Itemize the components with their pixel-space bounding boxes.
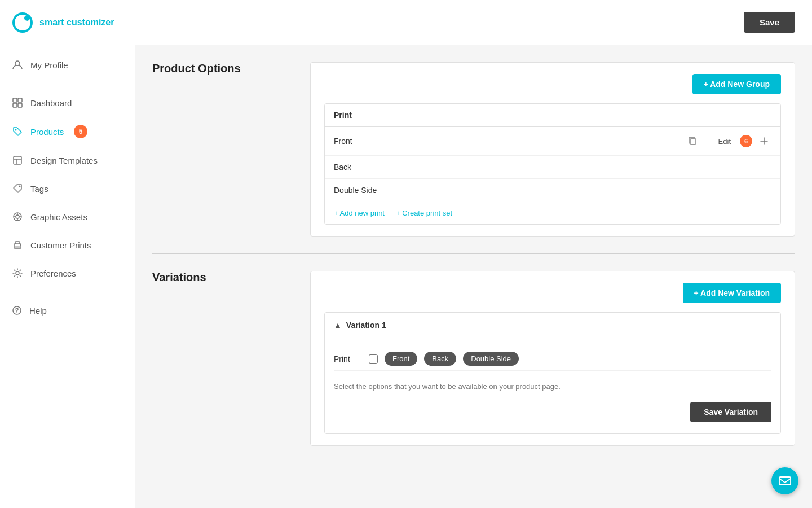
graphic-icon	[11, 211, 24, 223]
edit-front-button[interactable]: Edit	[714, 135, 735, 148]
logo-icon	[11, 11, 34, 34]
variations-label: Variations	[152, 271, 310, 446]
variation-1-body: Print Front Back Double Side Select the …	[325, 338, 780, 433]
svg-rect-6	[18, 103, 22, 107]
svg-rect-19	[15, 246, 20, 248]
product-options-label: Product Options	[152, 62, 310, 237]
print-item-front: Front Edit 6	[325, 127, 780, 156]
variation-row-label: Print	[334, 354, 362, 364]
chat-fab-button[interactable]	[771, 467, 798, 494]
print-item-back: Back	[325, 156, 780, 179]
variations-header: + Add New Variation	[324, 283, 781, 303]
dashboard-icon	[11, 97, 24, 109]
variation-hint: Select the options that you want to be a…	[334, 378, 771, 395]
print-item-back-name: Back	[334, 163, 771, 172]
help-icon	[11, 305, 23, 316]
gear-icon	[11, 267, 24, 279]
logo-text: smart customizer	[39, 17, 114, 28]
sidebar-item-graphic-assets[interactable]: Graphic Assets	[0, 203, 135, 231]
sidebar-item-preferences[interactable]: Preferences	[0, 259, 135, 287]
product-options-section: Product Options + Add New Group Print Fr…	[135, 45, 812, 253]
sidebar-item-tags[interactable]: Tags	[0, 174, 135, 203]
print-icon	[11, 239, 24, 251]
save-button[interactable]: Save	[744, 12, 795, 33]
sidebar-item-dashboard[interactable]: Dashboard	[0, 89, 135, 117]
variation-accordion: ▲ Variation 1 Print Front Back Double Si…	[324, 312, 781, 434]
svg-rect-8	[14, 156, 21, 164]
product-options-header: + Add New Group	[324, 74, 781, 94]
product-options-title: Product Options	[152, 62, 310, 75]
svg-rect-27	[779, 477, 791, 485]
sidebar-label-tags: Tags	[30, 184, 48, 194]
svg-rect-24	[690, 139, 696, 144]
variations-section: Variations + Add New Variation ▲ Variati…	[135, 254, 812, 463]
variations-title: Variations	[152, 271, 310, 284]
variations-content: + Add New Variation ▲ Variation 1 Print …	[310, 271, 795, 446]
create-print-set-link[interactable]: + Create print set	[396, 209, 452, 217]
sidebar-label-design-templates: Design Templates	[30, 156, 98, 165]
svg-rect-5	[13, 103, 17, 107]
svg-rect-3	[13, 98, 17, 102]
sidebar-label-help: Help	[29, 306, 47, 316]
sidebar-label-graphic-assets: Graphic Assets	[30, 212, 87, 222]
sidebar-item-products[interactable]: Products 5	[0, 117, 135, 146]
tag-front-button[interactable]: Front	[385, 352, 417, 366]
save-variation-button[interactable]: Save Variation	[690, 402, 771, 422]
products-badge: 5	[74, 125, 87, 138]
sidebar-label-dashboard: Dashboard	[30, 98, 72, 108]
logo: smart customizer	[0, 0, 135, 45]
copy-front-button[interactable]	[685, 134, 700, 148]
sidebar-item-help[interactable]: Help	[0, 297, 135, 324]
divider	[707, 136, 707, 146]
print-actions-row: + Add new print + Create print set	[325, 202, 780, 224]
add-new-print-link[interactable]: + Add new print	[334, 209, 385, 217]
variation-print-row: Print Front Back Double Side	[334, 347, 771, 371]
print-item-front-actions: Edit 6	[685, 134, 771, 148]
svg-point-23	[16, 312, 17, 313]
sidebar: smart customizer My Profile	[0, 0, 135, 508]
email-icon	[778, 474, 792, 488]
print-group-header: Print	[325, 104, 780, 127]
topbar: Save	[135, 0, 812, 45]
sidebar-item-design-templates[interactable]: Design Templates	[0, 146, 135, 174]
svg-point-2	[15, 61, 20, 65]
sidebar-label-preferences: Preferences	[30, 269, 76, 278]
design-icon	[11, 154, 24, 167]
chevron-up-icon: ▲	[334, 321, 342, 330]
sidebar-nav: My Profile Dashboard Pr	[0, 45, 135, 508]
print-item-front-name: Front	[334, 137, 685, 146]
svg-point-20	[20, 244, 21, 246]
edit-badge: 6	[740, 135, 752, 147]
sidebar-item-my-profile[interactable]: My Profile	[0, 51, 135, 79]
variation-footer: Save Variation	[334, 395, 771, 424]
add-new-group-button[interactable]: + Add New Group	[692, 74, 781, 94]
sidebar-label-customer-prints: Customer Prints	[30, 240, 91, 250]
svg-rect-4	[18, 98, 22, 102]
sidebar-divider-2	[0, 292, 135, 292]
svg-point-1	[24, 15, 30, 21]
product-options-content: + Add New Group Print Front	[310, 62, 795, 237]
main-content: Save Product Options + Add New Group Pri…	[135, 0, 812, 508]
svg-point-7	[15, 129, 17, 131]
svg-point-13	[16, 215, 19, 218]
tag-back-button[interactable]: Back	[424, 352, 456, 366]
tag2-icon	[11, 182, 24, 195]
print-item-double-side: Double Side	[325, 179, 780, 202]
add-front-button[interactable]	[757, 134, 771, 148]
add-new-variation-button[interactable]: + Add New Variation	[683, 283, 781, 303]
variation-1-header[interactable]: ▲ Variation 1	[325, 313, 780, 338]
person-icon	[11, 59, 24, 71]
svg-point-11	[19, 186, 21, 187]
sidebar-label-products: Products	[30, 127, 64, 137]
variation-1-title: Variation 1	[346, 321, 386, 330]
print-item-double-side-name: Double Side	[334, 186, 771, 195]
tag-double-side-button[interactable]: Double Side	[463, 352, 519, 366]
print-checkbox[interactable]	[369, 354, 378, 364]
print-group: Print Front Edit 6	[324, 103, 781, 225]
sidebar-label-my-profile: My Profile	[30, 60, 68, 70]
svg-point-21	[16, 271, 19, 275]
sidebar-item-customer-prints[interactable]: Customer Prints	[0, 231, 135, 259]
sidebar-divider-1	[0, 84, 135, 84]
tag-icon	[11, 125, 24, 138]
